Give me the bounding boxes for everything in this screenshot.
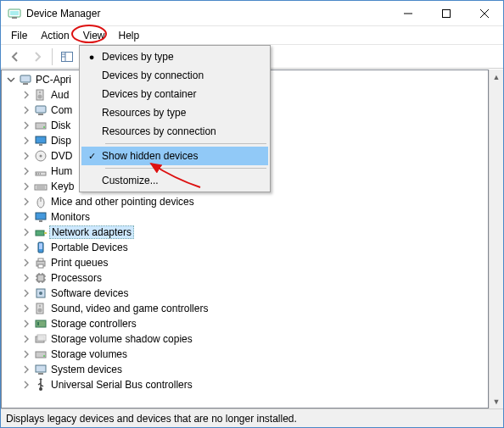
- menu-item-label: Devices by container: [102, 88, 196, 100]
- scroll-track[interactable]: [490, 84, 503, 394]
- hid-icon: [34, 164, 48, 178]
- expand-icon[interactable]: [20, 242, 32, 253]
- menu-separator: [105, 143, 266, 144]
- tree-item-label: Network adapters: [49, 225, 134, 239]
- expand-icon[interactable]: [20, 379, 32, 391]
- expand-icon[interactable]: [20, 333, 32, 345]
- minimize-button[interactable]: [389, 1, 427, 25]
- svg-point-17: [39, 92, 41, 93]
- menu-view[interactable]: View: [76, 28, 112, 43]
- menu-action[interactable]: Action: [34, 28, 76, 43]
- tree-item[interactable]: Software devices: [3, 286, 488, 301]
- status-text: Displays legacy devices and devices that…: [6, 413, 297, 425]
- vertical-scrollbar[interactable]: ▲ ▼: [489, 69, 503, 409]
- svg-rect-37: [36, 231, 44, 236]
- expand-icon[interactable]: [20, 303, 32, 314]
- network-icon: [34, 225, 48, 239]
- expand-icon[interactable]: [20, 211, 32, 223]
- tree-item-label: Portable Devices: [51, 242, 128, 253]
- toolbar-separator: [52, 48, 53, 65]
- expand-icon[interactable]: [20, 135, 32, 147]
- menu-customize[interactable]: Customize...: [81, 171, 268, 190]
- keyboard-icon: [34, 180, 48, 193]
- menu-item-label: Resources by connection: [102, 125, 216, 137]
- tree-item[interactable]: Print queues: [3, 255, 488, 270]
- svg-rect-64: [36, 365, 46, 372]
- menu-show-hidden-devices[interactable]: ✓ Show hidden devices: [81, 147, 268, 165]
- expand-icon[interactable]: [20, 226, 32, 238]
- tree-item[interactable]: System devices: [3, 362, 488, 377]
- expand-icon[interactable]: [20, 364, 32, 375]
- tree-item[interactable]: Storage controllers: [3, 316, 488, 331]
- menu-item-label: Devices by connection: [102, 69, 204, 81]
- tree-item-label: Mice and other pointing devices: [51, 196, 194, 208]
- scroll-up-button[interactable]: ▲: [490, 69, 503, 84]
- svg-rect-4: [442, 9, 450, 17]
- tree-item[interactable]: Universal Serial Bus controllers: [3, 377, 488, 392]
- titlebar: Device Manager: [1, 1, 503, 26]
- scroll-down-button[interactable]: ▼: [490, 394, 503, 409]
- device-manager-icon: [8, 7, 21, 20]
- close-button[interactable]: [465, 1, 503, 25]
- svg-rect-22: [36, 136, 46, 143]
- tree-item-label: Storage volumes: [51, 348, 127, 360]
- show-hide-tree-button[interactable]: [57, 47, 77, 67]
- portable-icon: [34, 241, 48, 254]
- disk-icon: [34, 119, 48, 132]
- shadow-copy-icon: [34, 332, 48, 346]
- sound-icon: [34, 302, 48, 315]
- tree-root-label: PC-Apri: [36, 74, 71, 86]
- usb-icon: [34, 378, 48, 392]
- expand-icon[interactable]: [20, 150, 32, 162]
- menu-help[interactable]: Help: [112, 28, 147, 43]
- tree-item-label: Processors: [51, 272, 102, 284]
- tree-item[interactable]: Storage volume shadow copies: [3, 331, 488, 347]
- expand-icon[interactable]: [20, 165, 32, 177]
- tree-item-label: Storage controllers: [51, 318, 137, 330]
- storage-controller-icon: [34, 317, 48, 331]
- tree-item[interactable]: Network adapters: [3, 225, 488, 240]
- menubar: File Action View Help: [1, 26, 503, 45]
- svg-rect-13: [20, 75, 31, 82]
- svg-rect-42: [38, 258, 43, 261]
- expand-icon[interactable]: [20, 272, 32, 284]
- expand-icon[interactable]: [20, 318, 32, 330]
- forward-button[interactable]: [27, 47, 48, 67]
- menu-devices-by-type[interactable]: ● Devices by type: [81, 47, 268, 66]
- expand-icon[interactable]: [20, 181, 32, 192]
- tree-item[interactable]: Portable Devices: [3, 240, 488, 255]
- menu-item-label: Resources by type: [102, 107, 186, 119]
- tree-item[interactable]: Monitors: [3, 209, 488, 225]
- tree-item[interactable]: Processors: [3, 270, 488, 286]
- tree-item[interactable]: Storage volumes: [3, 347, 488, 362]
- menu-devices-by-connection[interactable]: Devices by connection: [81, 66, 268, 85]
- tree-item-label: Software devices: [51, 287, 128, 299]
- expand-icon[interactable]: [20, 104, 32, 116]
- menu-file[interactable]: File: [4, 28, 34, 43]
- tree-item[interactable]: Mice and other pointing devices: [3, 194, 488, 209]
- expand-icon[interactable]: [20, 348, 32, 360]
- svg-rect-43: [38, 264, 43, 268]
- mouse-icon: [34, 195, 48, 208]
- expand-icon[interactable]: [20, 287, 32, 299]
- menu-resources-by-connection[interactable]: Resources by connection: [81, 122, 268, 141]
- svg-rect-40: [39, 243, 42, 249]
- svg-point-63: [43, 355, 45, 357]
- tree-item[interactable]: Sound, video and game controllers: [3, 301, 488, 316]
- svg-rect-35: [36, 213, 46, 220]
- expand-icon[interactable]: [20, 89, 32, 101]
- expand-icon[interactable]: [20, 120, 32, 131]
- expand-icon[interactable]: [20, 257, 32, 269]
- menu-item-label: Customize...: [102, 175, 159, 186]
- menu-devices-by-container[interactable]: Devices by container: [81, 85, 268, 103]
- tree-item-label: Keyb: [51, 181, 74, 192]
- menu-resources-by-type[interactable]: Resources by type: [81, 103, 268, 122]
- maximize-button[interactable]: [427, 1, 465, 25]
- display-icon: [34, 134, 48, 147]
- tree-item-label: DVD: [51, 150, 72, 162]
- back-button[interactable]: [5, 47, 25, 67]
- tree-item-label: Disp: [51, 135, 71, 147]
- computer-icon: [34, 103, 48, 117]
- expand-icon[interactable]: [20, 196, 32, 208]
- collapse-icon[interactable]: [5, 74, 17, 86]
